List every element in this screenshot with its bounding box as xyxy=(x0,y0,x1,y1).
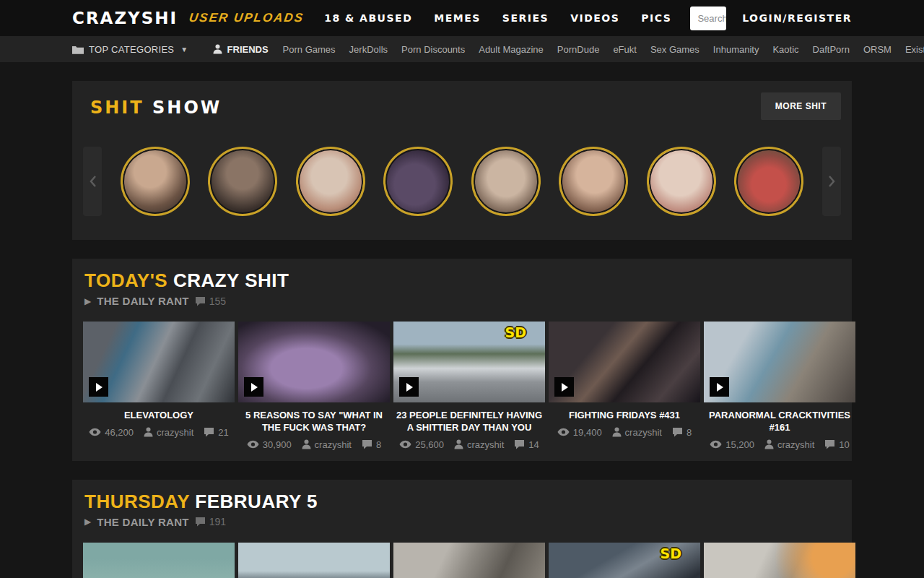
video-title[interactable]: FIGHTING FRIDAYS #431 xyxy=(549,410,700,422)
friend-link-kaotic[interactable]: Kaotic xyxy=(772,44,798,55)
carousel-thumb-4[interactable] xyxy=(383,147,453,216)
author-stat[interactable]: crazyshit xyxy=(144,427,193,438)
sd-badge: SD xyxy=(661,545,681,561)
video-thumbnail[interactable] xyxy=(704,322,855,402)
author-stat[interactable]: crazyshit xyxy=(454,439,504,450)
main-nav-item-18-abused[interactable]: 18 & ABUSED xyxy=(324,12,412,24)
video-thumbnail[interactable]: SD xyxy=(393,322,545,402)
video-title[interactable]: PARANORMAL CRACKTIVITIES #161 xyxy=(704,410,855,434)
site-tagline: USER UPLOADS xyxy=(188,11,305,25)
carousel-thumb-2[interactable] xyxy=(208,147,277,216)
video-card[interactable] xyxy=(704,543,855,578)
author-stat[interactable]: crazyshit xyxy=(302,439,352,450)
comments-count: 8 xyxy=(376,439,381,450)
main-nav-item-series[interactable]: SERIES xyxy=(502,12,549,24)
daily-rant-link[interactable]: THE DAILY RANT xyxy=(97,295,189,307)
friend-link-inhumanity[interactable]: Inhumanity xyxy=(713,44,759,55)
video-title[interactable]: 5 REASONS TO SAY "WHAT IN THE FUCK WAS T… xyxy=(238,410,390,434)
more-shit-button[interactable]: MORE SHIT xyxy=(761,92,841,120)
views-count: 25,600 xyxy=(415,439,444,450)
carousel-next-button[interactable] xyxy=(822,147,841,216)
comments-stat: 8 xyxy=(672,427,692,438)
top-categories-dropdown[interactable]: TOP CATEGORIES ▼ xyxy=(72,44,188,55)
video-card[interactable]: FIGHTING FRIDAYS #43119,400crazyshit8 xyxy=(549,322,700,450)
comment-icon xyxy=(672,427,683,437)
section-title: TODAY'S CRAZY SHIT xyxy=(83,269,841,292)
main-nav-item-videos[interactable]: VIDEOS xyxy=(570,12,619,24)
video-title[interactable]: ELEVATOLOGY xyxy=(83,410,235,422)
rant-comment-number: 191 xyxy=(209,516,226,527)
friend-link-porn-discounts[interactable]: Porn Discounts xyxy=(401,44,465,55)
video-thumbnail[interactable] xyxy=(238,322,390,402)
video-grid: ELEVATOLOGY46,200crazyshit215 REASONS TO… xyxy=(83,322,841,450)
comments-stat: 10 xyxy=(824,439,849,450)
friend-link-efukt[interactable]: eFukt xyxy=(613,44,637,55)
friend-link-sex-games[interactable]: Sex Games xyxy=(650,44,699,55)
carousel-thumb-3[interactable] xyxy=(296,147,365,216)
site-logo[interactable]: CRAZYSHI xyxy=(72,9,178,27)
carousel-thumb-8[interactable] xyxy=(734,147,803,216)
daily-rant-link[interactable]: THE DAILY RANT xyxy=(97,516,189,528)
carousel-thumb-7[interactable] xyxy=(647,147,716,216)
video-thumbnail[interactable] xyxy=(393,543,545,578)
views-stat: 25,600 xyxy=(399,439,444,450)
comments-count: 14 xyxy=(528,439,539,450)
carousel-prev-button[interactable] xyxy=(83,147,102,216)
friend-link-porndude[interactable]: PornDude xyxy=(557,44,600,55)
carousel-thumb-5[interactable] xyxy=(471,147,541,216)
video-section-1: TODAY'S CRAZY SHIT▶THE DAILY RANT155ELEV… xyxy=(72,259,852,461)
author-stat[interactable]: crazyshit xyxy=(764,439,814,450)
views-stat: 19,400 xyxy=(557,427,602,438)
eye-icon xyxy=(247,440,259,449)
author-stat[interactable]: crazyshit xyxy=(612,427,662,438)
video-thumbnail[interactable]: SD xyxy=(549,543,700,578)
play-icon xyxy=(89,377,108,397)
video-card[interactable]: SD23 PEOPLE DEFINITELY HAVING A SHITTIER… xyxy=(393,322,545,450)
search-box xyxy=(690,7,726,30)
video-card[interactable] xyxy=(393,543,545,578)
author-name: crazyshit xyxy=(625,427,662,438)
user-icon xyxy=(612,427,622,437)
shit-show-title-accent: SHIT xyxy=(90,98,144,118)
chevron-down-icon: ▼ xyxy=(180,46,188,53)
video-thumbnail[interactable] xyxy=(83,543,235,578)
video-card[interactable]: 5 REASONS TO SAY "WHAT IN THE FUCK WAS T… xyxy=(238,322,390,450)
comment-icon xyxy=(195,517,206,527)
video-card[interactable]: SD xyxy=(549,543,700,578)
friend-link-porn-games[interactable]: Porn Games xyxy=(283,44,336,55)
video-stats: 15,200crazyshit10 xyxy=(704,439,855,450)
author-name: crazyshit xyxy=(777,439,814,450)
top-bar: CRAZYSHI USER UPLOADS 18 & ABUSEDMEMESSE… xyxy=(0,0,924,36)
video-thumbnail[interactable] xyxy=(238,543,390,578)
friend-link-daftporn[interactable]: DaftPorn xyxy=(813,44,850,55)
chevron-right-icon xyxy=(828,175,836,188)
sd-badge: SD xyxy=(505,324,526,340)
login-register-link[interactable]: LOGIN/REGISTER xyxy=(742,12,852,24)
main-nav-item-memes[interactable]: MEMES xyxy=(434,12,481,24)
video-card[interactable]: ELEVATOLOGY46,200crazyshit21 xyxy=(83,322,235,450)
video-card[interactable] xyxy=(83,543,235,578)
video-card[interactable] xyxy=(238,543,390,578)
carousel-thumb-6[interactable] xyxy=(559,147,628,216)
comment-icon xyxy=(362,439,372,449)
eye-icon xyxy=(89,428,101,436)
person-icon xyxy=(213,44,222,54)
friend-link-adult-magazine[interactable]: Adult Magazine xyxy=(479,44,544,55)
comments-count: 21 xyxy=(218,427,228,438)
video-thumbnail[interactable] xyxy=(83,322,235,402)
play-icon xyxy=(244,377,263,397)
friend-link-orsm[interactable]: ORSM xyxy=(863,44,892,55)
play-icon xyxy=(399,377,419,397)
video-thumbnail[interactable] xyxy=(549,322,700,402)
user-icon xyxy=(454,439,463,449)
main-nav-item-pics[interactable]: PICS xyxy=(641,12,671,24)
friend-link-jerkdolls[interactable]: JerkDolls xyxy=(349,44,388,55)
friends-link[interactable]: FRIENDS xyxy=(213,44,269,55)
video-title[interactable]: 23 PEOPLE DEFINITELY HAVING A SHITTIER D… xyxy=(393,410,545,434)
section-title-rest: FEBRUARY 5 xyxy=(195,491,318,512)
friend-link-existenz[interactable]: Existenz xyxy=(905,44,924,55)
search-input[interactable] xyxy=(690,13,726,24)
video-card[interactable]: PARANORMAL CRACKTIVITIES #16115,200crazy… xyxy=(704,322,855,450)
carousel-thumb-1[interactable] xyxy=(121,147,190,216)
video-thumbnail[interactable] xyxy=(704,543,855,578)
